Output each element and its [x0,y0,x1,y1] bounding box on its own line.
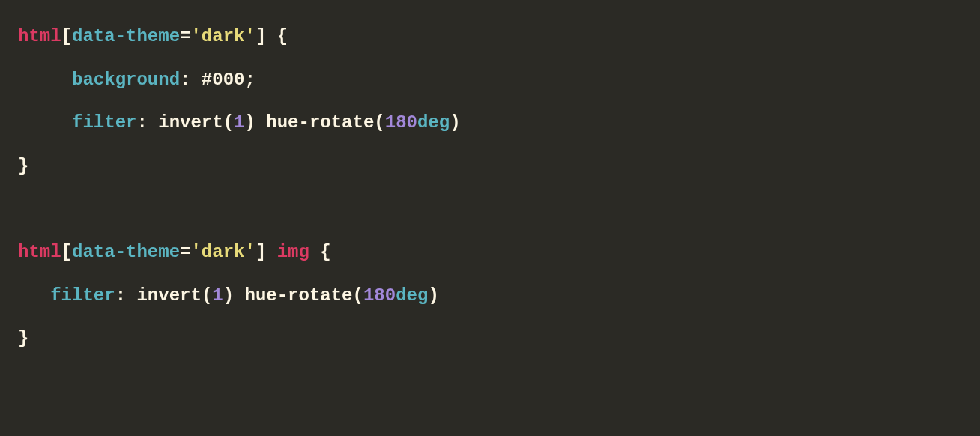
selector-tag: html [18,242,61,262]
paren-open: ( [374,112,384,133]
number: 1 [234,112,244,133]
selector-tag: html [18,26,61,46]
attr-name: data-theme [72,242,180,262]
semicolon: ; [244,70,255,90]
code-line: background: #000; [18,70,255,90]
colon: : [180,70,190,90]
brace-open: { [320,242,330,262]
quote: ' [190,242,201,262]
attr-value: dark [202,242,245,262]
css-function: invert [126,285,202,306]
attr-name: data-theme [72,26,180,46]
brace-open: { [277,26,288,46]
brace-close: } [18,156,28,176]
paren-open: ( [223,112,234,133]
code-line: filter: invert(1) hue-rotate(180deg) [18,112,461,133]
bracket-open: [ [61,26,72,46]
colon: : [136,112,147,133]
paren-open: ( [202,285,212,306]
css-value: #000 [190,70,244,90]
code-line: filter: invert(1) hue-rotate(180deg) [18,285,439,306]
quote: ' [244,26,255,46]
css-function: invert [148,112,223,133]
paren-close: ) [450,112,460,133]
equals: = [180,242,190,262]
space [309,242,320,262]
code-line: } [18,328,28,348]
css-function: hue-rotate [255,112,374,133]
bracket-close: ] [255,26,266,46]
code-block: html[data-theme='dark'] { background: #0… [18,15,962,360]
css-property: background [72,70,180,90]
unit: deg [417,112,450,133]
space [266,26,276,46]
number: 1 [212,285,223,306]
code-line: html[data-theme='dark'] { [18,26,288,46]
bracket-open: [ [61,242,72,262]
attr-value: dark [202,26,245,46]
number: 180 [363,285,396,306]
paren-close: ) [223,285,234,306]
css-function: hue-rotate [234,285,352,306]
paren-close: ) [244,112,255,133]
number: 180 [385,112,417,133]
paren-close: ) [428,285,438,306]
unit: deg [396,285,428,306]
code-line: html[data-theme='dark'] img { [18,242,331,262]
space [266,242,276,262]
brace-close: } [18,328,28,348]
quote: ' [190,26,201,46]
equals: = [180,26,190,46]
selector-tag: img [277,242,309,262]
paren-open: ( [353,285,363,306]
css-property: filter [72,112,136,133]
css-property: filter [50,285,115,306]
colon: : [115,285,126,306]
quote: ' [244,242,255,262]
bracket-close: ] [255,242,266,262]
code-line: } [18,156,28,176]
